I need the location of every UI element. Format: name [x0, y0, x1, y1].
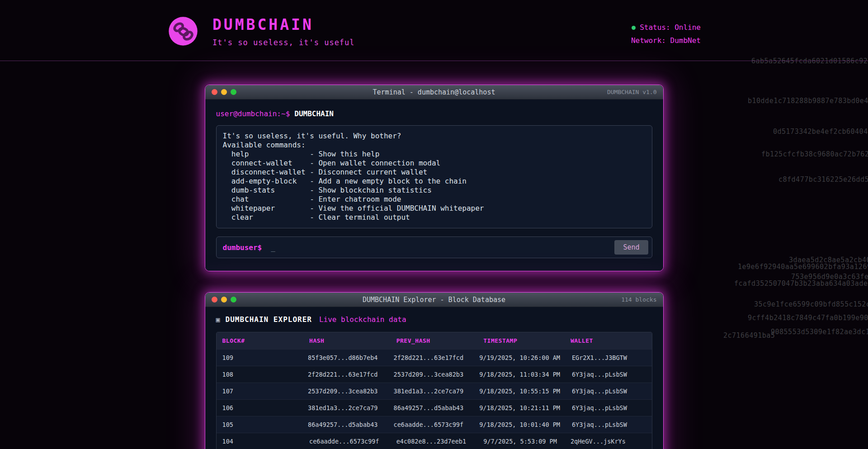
table-row: 1082f28d221...63e17fcd2537d209...3cea82b… — [217, 366, 652, 383]
explorer-section-title: DUMBCHAIN EXPLORER — [226, 315, 312, 324]
background-hash: 6ab5a52645fcda6021d01586c92700e — [751, 57, 868, 65]
table-row: 104ce6aadde...6573c99fe4c082e8...23d7eeb… — [217, 433, 652, 449]
explorer-body: ▣ DUMBCHAIN EXPLORER Live blockchain dat… — [205, 307, 663, 449]
command-help-line: clear - Clear terminal output — [223, 213, 646, 222]
background-hash: 9085553d5309e1f82ae3dc1ebd5 — [771, 328, 868, 336]
terminal-output-intro: It's so useless, it's useful. Why bother… — [223, 132, 646, 141]
terminal-titlebar: Terminal - dumbchain@localhost DUMBCHAIN… — [205, 85, 663, 99]
background-hash: 1e9e6f92940aa5e699602bfa93a1269c3b — [738, 263, 868, 271]
background-hash: fcafd352507047b3b23aba634a03ade3b98 — [734, 279, 868, 288]
table-cell: 108 — [217, 366, 302, 383]
page-subtitle: It's so useless, it's useful — [212, 38, 355, 47]
table-row: 1072537d209...3cea82b3381ed1a3...2ce7ca7… — [217, 383, 652, 399]
terminal-cursor: _ — [271, 243, 275, 252]
background-hash: 753e956d9e0a3c63fef93c8b — [791, 273, 868, 281]
command-list: help - Show this help connect-wallet - O… — [223, 150, 646, 222]
minimize-button[interactable] — [221, 89, 227, 95]
maximize-button[interactable] — [231, 297, 236, 302]
table-cell: 6Y3jaq...pLsbSW — [566, 416, 652, 433]
table-cell: 9/7/2025, 5:53:09 PM — [477, 433, 565, 449]
block-icon: ▣ — [216, 316, 220, 324]
explorer-live-label: Live blockchain data — [319, 315, 406, 324]
table-cell: 105 — [217, 416, 302, 433]
table-cell: 6Y3jaq...pLsbSW — [566, 383, 652, 399]
dumbchain-logo — [167, 15, 199, 47]
command-help-line: whitepaper - View the official DUMBCHAIN… — [223, 204, 646, 213]
column-header: WALLET — [565, 332, 652, 349]
close-button[interactable] — [212, 89, 217, 95]
maximize-button[interactable] — [231, 89, 236, 95]
background-hash: c8fd477bc316225e26dd5652 — [778, 175, 868, 184]
table-cell: 106 — [217, 400, 302, 416]
table-cell: 6Y3jaq...pLsbSW — [566, 400, 652, 416]
column-header: TIMESTAMP — [477, 332, 565, 349]
status-online-dot — [632, 26, 636, 30]
terminal-input[interactable]: dumbuser$ _ Send — [216, 236, 652, 258]
table-cell: 107 — [217, 383, 302, 399]
explorer-section-header: ▣ DUMBCHAIN EXPLORER Live blockchain dat… — [216, 315, 652, 324]
explorer-titlebar: DUMBCHAIN Explorer - Block Database 114 … — [205, 293, 663, 307]
background-hash: 2c7166491ba5 — [723, 331, 775, 340]
terminal-input-prompt: dumbuser$ — [223, 243, 262, 252]
table-cell: e4c082e8...23d7eeb1 — [391, 433, 478, 449]
table-header-row: BLOCK#HASHPREV_HASHTIMESTAMPWALLET — [217, 332, 652, 349]
explorer-title: DUMBCHAIN Explorer - Block Database — [205, 296, 663, 304]
table-cell: 2qHeGV...jsKrYs — [565, 433, 652, 449]
table-cell: 109 — [217, 350, 302, 366]
block-table: BLOCK#HASHPREV_HASHTIMESTAMPWALLET 10985… — [216, 332, 652, 449]
background-hash: fb125cfcfb38c9680ac72b762ab8 — [761, 150, 868, 158]
table-cell: 86a49257...d5abab43 — [302, 416, 388, 433]
minimize-button[interactable] — [221, 297, 227, 302]
command-help-line: connect-wallet - Open wallet connection … — [223, 159, 646, 168]
command-help-line: disconnect-wallet - Disconnect current w… — [223, 168, 646, 177]
table-row: 10985f3e057...d86b7eb42f28d221...63e17fc… — [217, 349, 652, 366]
table-cell: 9/18/2025, 10:55:15 PM — [473, 383, 566, 399]
background-hash: 35c9e1fce6599c09bfd855c152cd47 — [754, 300, 868, 308]
table-cell: 2f28d221...63e17fcd — [302, 366, 388, 383]
table-cell: 2537d209...3cea82b3 — [302, 383, 388, 399]
header-divider — [0, 61, 868, 61]
chain-icon — [167, 15, 199, 47]
brand: DUMBCHAIN It's so useless, it's useful — [167, 15, 355, 47]
command-help-line: chat - Enter chatroom mode — [223, 195, 646, 204]
table-row: 106381ed1a3...2ce7ca7986a49257...d5abab4… — [217, 399, 652, 416]
terminal-body: user@dumbchain:~$DUMBCHAIN It's so usele… — [205, 99, 663, 271]
block-count-badge: 114 blocks — [621, 296, 656, 303]
explorer-window: DUMBCHAIN Explorer - Block Database 114 … — [205, 292, 664, 449]
background-hash: 3daea5d2c8ae5a2cb408 — [789, 256, 868, 264]
table-cell: 6Y3jaq...pLsbSW — [566, 366, 652, 383]
status-line: Status: Online — [631, 21, 701, 34]
table-cell: 9/18/2025, 10:21:11 PM — [473, 400, 566, 416]
table-cell: 9/19/2025, 10:26:00 AM — [473, 350, 566, 366]
terminal-output-heading: Available commands: — [223, 141, 646, 150]
close-button[interactable] — [212, 297, 217, 302]
command-help-line: help - Show this help — [223, 150, 646, 159]
terminal-output: It's so useless, it's useful. Why bother… — [216, 125, 652, 228]
window-controls — [212, 89, 236, 95]
background-hash: b10dde1c718288b9887e783bd0e4ec34 — [748, 97, 868, 105]
table-cell: ce6aadde...6573c99f — [303, 433, 391, 449]
table-cell: 86a49257...d5abab43 — [388, 400, 474, 416]
terminal-prompt-line: user@dumbchain:~$DUMBCHAIN — [216, 109, 652, 118]
table-cell: 2537d209...3cea82b3 — [388, 366, 474, 383]
page-title: DUMBCHAIN — [212, 16, 355, 33]
table-cell: 381ed1a3...2ce7ca79 — [302, 400, 388, 416]
command-help-line: dumb-stats - Show blockchain statistics — [223, 186, 646, 195]
table-cell: 9/18/2025, 10:01:40 PM — [473, 416, 566, 433]
brand-text: DUMBCHAIN It's so useless, it's useful — [212, 16, 355, 47]
table-cell: 85f3e057...d86b7eb4 — [302, 350, 388, 366]
table-cell: 2f28d221...63e17fcd — [388, 350, 474, 366]
column-header: PREV_HASH — [391, 332, 478, 349]
table-body: 10985f3e057...d86b7eb42f28d221...63e17fc… — [217, 349, 652, 449]
terminal-window: Terminal - dumbchain@localhost DUMBCHAIN… — [205, 85, 664, 271]
status-block: Status: Online Network: DumbNet — [631, 15, 701, 47]
table-cell: 381ed1a3...2ce7ca79 — [388, 383, 474, 399]
command-help-line: add-empty-block - Add a new empty block … — [223, 177, 646, 186]
main-content: Terminal - dumbchain@localhost DUMBCHAIN… — [205, 85, 664, 449]
network-text: Network: DumbNet — [631, 34, 701, 47]
table-row: 10586a49257...d5abab43ce6aadde...6573c99… — [217, 416, 652, 433]
background-hash: 9cff4b2418c7849c47fa0b199e90a867 — [748, 314, 868, 322]
table-cell: 9/18/2025, 11:03:34 PM — [473, 366, 566, 383]
send-button[interactable]: Send — [614, 240, 648, 255]
status-text: Status: Online — [640, 23, 701, 32]
